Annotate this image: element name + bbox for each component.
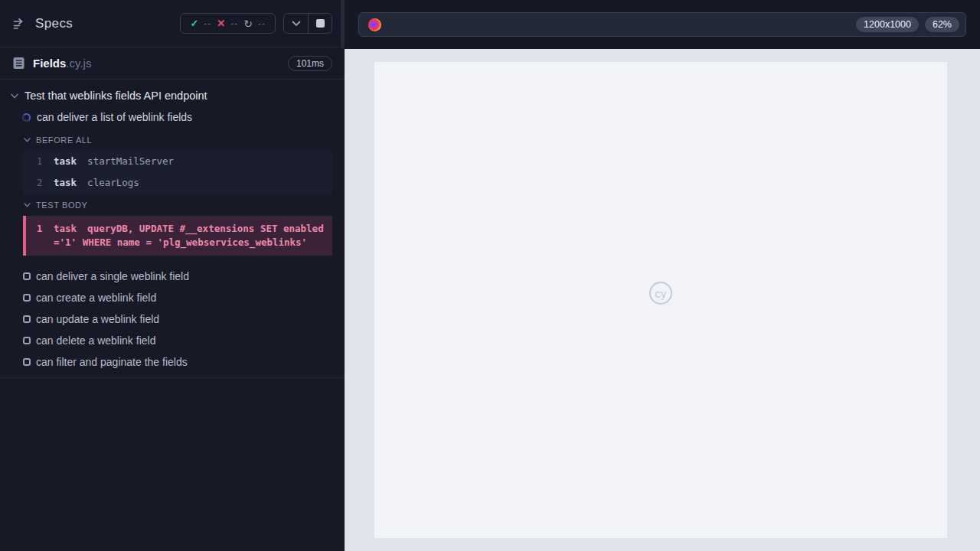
command-message: taskclearLogs: [54, 176, 139, 190]
url-bar[interactable]: 1200x1000 62%: [358, 12, 966, 37]
spec-basename: Fields: [33, 57, 66, 70]
command-text: queryDB, UPDATE #__extensions SET enable…: [54, 223, 324, 248]
active-test-title: can deliver a list of weblink fields: [37, 111, 192, 123]
command-number: 1: [37, 155, 47, 168]
reporter-panel: Specs ✓ -- ✕ -- ↻ --: [0, 0, 345, 551]
before-all-commands: 1 taskstartMailServer 2 taskclearLogs: [23, 151, 332, 194]
failed-count: --: [230, 18, 238, 29]
viewport-size-badge[interactable]: 1200x1000: [856, 17, 919, 32]
passed-icon: ✓: [190, 18, 198, 29]
pending-test-title: can update a weblink field: [36, 313, 159, 325]
command-method: task: [54, 155, 77, 167]
viewport-scale-badge[interactable]: 62%: [925, 17, 959, 32]
pending-test-icon: [23, 315, 31, 323]
chevron-down-icon: [24, 138, 31, 142]
browser-header: 1200x1000 62%: [345, 0, 980, 49]
reporter-header: Specs ✓ -- ✕ -- ↻ --: [0, 0, 345, 47]
pending-test-row[interactable]: can delete a weblink field: [0, 330, 345, 351]
test-running-spinner-icon: [22, 113, 31, 122]
failed-icon: ✕: [217, 18, 225, 29]
passed-count: --: [204, 18, 211, 29]
hook-label: BEFORE ALL: [36, 135, 92, 145]
aut-iframe[interactable]: cy: [374, 62, 947, 538]
firefox-icon: [368, 18, 381, 31]
pending-test-title: can create a weblink field: [36, 292, 156, 304]
running-icon: ↻: [243, 18, 253, 29]
collapse-all-button[interactable]: [284, 14, 308, 33]
pending-test-icon: [23, 358, 31, 366]
before-all-header[interactable]: BEFORE ALL: [0, 131, 345, 148]
command-method: task: [54, 223, 77, 234]
test-body-header[interactable]: TEST BODY: [0, 196, 345, 214]
pending-test-icon: [23, 294, 31, 302]
command-text: startMailServer: [87, 155, 174, 167]
spec-extension: .cy.js: [66, 57, 91, 70]
suite-title: Test that weblinks fields API endpoint: [24, 90, 207, 102]
spec-file-icon: [12, 57, 25, 70]
chevron-down-icon: [11, 93, 18, 99]
stop-button[interactable]: [308, 14, 332, 33]
spec-file-name: Fields.cy.js: [33, 57, 91, 70]
command-message: taskqueryDB, UPDATE #__extensions SET en…: [54, 222, 328, 249]
cypress-watermark-icon: cy: [649, 282, 672, 305]
spec-duration-badge: 101ms: [288, 56, 332, 71]
pending-test-row[interactable]: can update a weblink field: [0, 308, 345, 330]
pending-test-row[interactable]: can filter and paginate the fields: [0, 351, 345, 373]
pending-tests: can deliver a single weblink field can c…: [0, 258, 345, 377]
running-count: --: [258, 18, 266, 29]
pending-test-row[interactable]: can create a weblink field: [0, 287, 345, 308]
runnables-list: Test that weblinks fields API endpoint c…: [0, 80, 345, 378]
active-test-row[interactable]: can deliver a list of weblink fields: [0, 106, 345, 129]
test-stats: ✓ -- ✕ -- ↻ --: [180, 13, 276, 34]
panel-title: Specs: [35, 16, 73, 31]
pending-test-icon: [23, 272, 31, 280]
command-row-active[interactable]: 1 taskqueryDB, UPDATE #__extensions SET …: [26, 218, 332, 253]
pending-test-title: can deliver a single weblink field: [36, 270, 189, 282]
viewport-area: cy: [345, 49, 980, 551]
specs-menu-icon[interactable]: [12, 17, 26, 31]
stop-icon: [316, 19, 325, 28]
pending-test-row[interactable]: can deliver a single weblink field: [0, 266, 345, 287]
pending-test-title: can filter and paginate the fields: [36, 356, 188, 368]
command-number: 1: [37, 222, 47, 236]
app-region: 1200x1000 62% cy: [345, 0, 980, 551]
command-method: task: [54, 177, 77, 188]
chevron-down-icon: [24, 203, 31, 207]
suite-row[interactable]: Test that weblinks fields API endpoint: [0, 86, 345, 106]
hook-label: TEST BODY: [36, 201, 88, 210]
command-message: taskstartMailServer: [54, 155, 174, 168]
test-body-commands: 1 taskqueryDB, UPDATE #__extensions SET …: [23, 216, 332, 256]
command-row[interactable]: 1 taskstartMailServer: [23, 151, 332, 172]
command-row[interactable]: 2 taskclearLogs: [23, 172, 332, 194]
pending-test-icon: [23, 337, 31, 344]
command-text: clearLogs: [87, 177, 139, 188]
run-controls: [283, 13, 332, 34]
pending-test-title: can delete a weblink field: [36, 334, 155, 347]
spec-file-row[interactable]: Fields.cy.js 101ms: [0, 47, 345, 80]
command-number: 2: [37, 176, 47, 190]
